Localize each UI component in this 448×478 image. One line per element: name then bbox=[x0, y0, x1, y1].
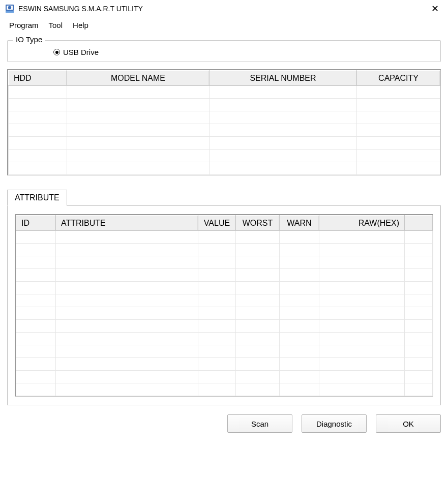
table-row[interactable] bbox=[16, 320, 433, 333]
hdd-table: HDD MODEL NAME SERIAL NUMBER CAPACITY bbox=[7, 69, 441, 175]
table-row[interactable] bbox=[16, 269, 433, 282]
menu-tool[interactable]: Tool bbox=[44, 19, 68, 31]
col-value[interactable]: VALUE bbox=[198, 216, 236, 231]
table-row[interactable] bbox=[16, 333, 433, 345]
table-row[interactable] bbox=[16, 345, 433, 358]
cell-id bbox=[16, 333, 56, 345]
cell-attribute bbox=[56, 371, 198, 383]
table-row[interactable] bbox=[9, 86, 440, 99]
cell-model bbox=[67, 137, 210, 150]
svg-rect-3 bbox=[6, 11, 14, 13]
table-row[interactable] bbox=[9, 150, 440, 162]
cell-id bbox=[16, 320, 56, 333]
scan-button[interactable]: Scan bbox=[227, 414, 292, 433]
table-row[interactable] bbox=[9, 162, 440, 175]
cell-capacity bbox=[357, 111, 440, 124]
cell-attribute bbox=[56, 320, 198, 333]
cell-id bbox=[16, 269, 56, 282]
cell-capacity bbox=[357, 150, 440, 162]
cell-hdd bbox=[9, 150, 67, 162]
cell-warn bbox=[280, 307, 319, 320]
cell-value bbox=[198, 282, 236, 294]
cell-extra bbox=[405, 256, 433, 269]
table-row[interactable] bbox=[16, 244, 433, 256]
cell-value bbox=[198, 307, 236, 320]
cell-warn bbox=[280, 345, 319, 358]
hdd-table-body bbox=[9, 86, 440, 175]
cell-value bbox=[198, 320, 236, 333]
cell-worst bbox=[236, 371, 280, 383]
cell-attribute bbox=[56, 256, 198, 269]
cell-warn bbox=[280, 371, 319, 383]
cell-extra bbox=[405, 371, 433, 383]
cell-capacity bbox=[357, 162, 440, 175]
col-attribute[interactable]: ATTRIBUTE bbox=[56, 216, 198, 231]
table-row[interactable] bbox=[9, 137, 440, 150]
close-icon[interactable]: ✕ bbox=[427, 2, 443, 15]
cell-raw bbox=[319, 244, 405, 256]
table-row[interactable] bbox=[16, 307, 433, 320]
cell-id bbox=[16, 244, 56, 256]
cell-warn bbox=[280, 294, 319, 307]
table-row[interactable] bbox=[16, 231, 433, 244]
tab-panel-attribute: ID ATTRIBUTE VALUE WORST WARN RAW(HEX) bbox=[7, 205, 441, 405]
col-extra[interactable] bbox=[405, 216, 433, 231]
table-row[interactable] bbox=[9, 111, 440, 124]
menu-help[interactable]: Help bbox=[68, 19, 94, 31]
cell-attribute bbox=[56, 358, 198, 371]
cell-warn bbox=[280, 333, 319, 345]
cell-warn bbox=[280, 244, 319, 256]
table-row[interactable] bbox=[16, 383, 433, 396]
table-row[interactable] bbox=[9, 124, 440, 137]
table-row[interactable] bbox=[9, 99, 440, 111]
cell-id bbox=[16, 256, 56, 269]
cell-hdd bbox=[9, 162, 67, 175]
col-raw[interactable]: RAW(HEX) bbox=[319, 216, 405, 231]
col-worst[interactable]: WORST bbox=[236, 216, 280, 231]
table-row[interactable] bbox=[16, 371, 433, 383]
col-hdd[interactable]: HDD bbox=[9, 71, 67, 86]
cell-serial bbox=[210, 150, 357, 162]
tab-attribute[interactable]: ATTRIBUTE bbox=[7, 190, 67, 206]
col-model[interactable]: MODEL NAME bbox=[67, 71, 210, 86]
cell-worst bbox=[236, 358, 280, 371]
cell-attribute bbox=[56, 307, 198, 320]
col-capacity[interactable]: CAPACITY bbox=[357, 71, 440, 86]
cell-raw bbox=[319, 282, 405, 294]
table-row[interactable] bbox=[16, 294, 433, 307]
titlebar: ESWIN SAMSUNG S.M.A.R.T UTILITY ✕ bbox=[0, 0, 448, 17]
cell-model bbox=[67, 124, 210, 137]
svg-point-2 bbox=[8, 6, 11, 9]
col-id[interactable]: ID bbox=[16, 216, 56, 231]
cell-serial bbox=[210, 86, 357, 99]
table-row[interactable] bbox=[16, 358, 433, 371]
cell-raw bbox=[319, 345, 405, 358]
cell-value bbox=[198, 244, 236, 256]
cell-serial bbox=[210, 111, 357, 124]
usb-drive-radio[interactable]: USB Drive bbox=[53, 48, 434, 56]
col-warn[interactable]: WARN bbox=[280, 216, 319, 231]
cell-attribute bbox=[56, 383, 198, 396]
cell-worst bbox=[236, 269, 280, 282]
table-row[interactable] bbox=[16, 256, 433, 269]
cell-id bbox=[16, 294, 56, 307]
button-row: Scan Diagnostic OK bbox=[7, 414, 441, 433]
menu-program[interactable]: Program bbox=[4, 19, 44, 31]
cell-worst bbox=[236, 244, 280, 256]
diagnostic-button[interactable]: Diagnostic bbox=[302, 414, 367, 433]
cell-serial bbox=[210, 137, 357, 150]
col-serial[interactable]: SERIAL NUMBER bbox=[210, 71, 357, 86]
io-type-group: IO Type USB Drive bbox=[7, 40, 441, 62]
cell-id bbox=[16, 371, 56, 383]
window-title: ESWIN SAMSUNG S.M.A.R.T UTILITY bbox=[18, 5, 427, 13]
cell-extra bbox=[405, 294, 433, 307]
cell-id bbox=[16, 282, 56, 294]
cell-warn bbox=[280, 320, 319, 333]
cell-raw bbox=[319, 383, 405, 396]
cell-id bbox=[16, 307, 56, 320]
attr-table-body bbox=[16, 231, 433, 396]
table-row[interactable] bbox=[16, 282, 433, 294]
cell-worst bbox=[236, 231, 280, 244]
cell-extra bbox=[405, 333, 433, 345]
ok-button[interactable]: OK bbox=[376, 414, 441, 433]
